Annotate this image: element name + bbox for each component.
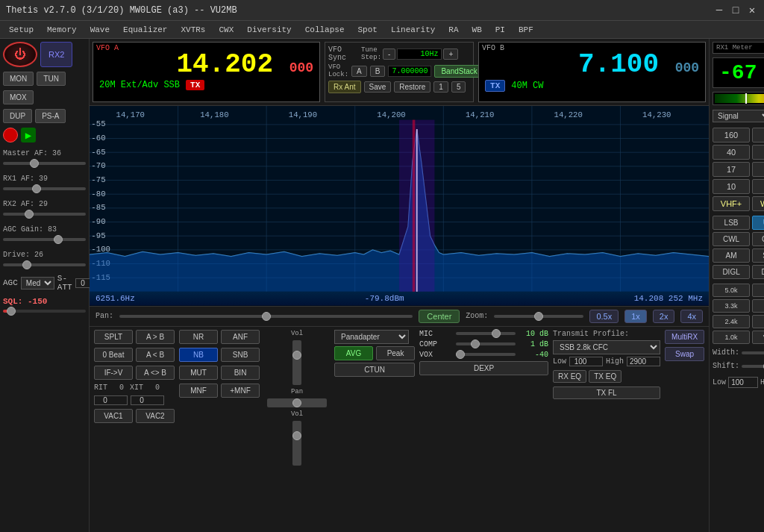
dup-button[interactable]: DUP [3,109,32,123]
zoom-slider[interactable] [494,315,583,318]
tx-eq-button[interactable]: TX EQ [589,370,621,383]
rx-ant-button[interactable]: Rx Ant [328,81,360,93]
restore-button[interactable]: Restore [394,81,430,93]
high-input[interactable] [627,357,660,366]
tune-plus-button[interactable]: + [443,48,458,60]
swap-button[interactable]: Swap [665,347,704,361]
band-17[interactable]: 17 [713,162,750,177]
right-low-input[interactable] [728,377,758,388]
mnf-button[interactable]: MNF [179,384,218,398]
signal-select[interactable]: Signal [713,110,764,122]
mode-digl[interactable]: DIGL [713,265,750,279]
nb-button[interactable]: NB [179,348,218,362]
mox-button[interactable]: MOX [3,90,34,104]
vac2-button[interactable]: VAC2 [136,409,175,423]
agc-gain-slider[interactable] [3,238,86,241]
rx1-af-slider[interactable] [3,187,86,190]
band-15[interactable]: 15 [752,162,764,177]
mode-cwl[interactable]: CWL [713,232,750,246]
maximize-button[interactable]: □ [730,4,742,16]
menu-item-cwx[interactable]: CWX [213,24,239,36]
menu-item-wave[interactable]: Wave [84,24,116,36]
menu-item-wb[interactable]: WB [466,24,488,36]
stack-5-button[interactable]: 5 [451,81,466,93]
peak-button[interactable]: Peak [376,346,415,360]
menu-item-linearity[interactable]: Linearity [385,24,441,36]
xit-input[interactable] [131,395,164,405]
zoom-05-button[interactable]: 0.5x [589,310,619,323]
mode-digu[interactable]: DIGU [752,265,764,279]
band-10[interactable]: 10 [713,179,750,194]
vol1-slider[interactable] [292,340,301,385]
band-stack-button[interactable]: BandStack [434,65,483,78]
panadapter-select[interactable]: Panadapter [334,330,409,344]
rx2-af-slider[interactable] [3,213,86,216]
power-button[interactable]: ⏻ [3,42,37,67]
filter-44k[interactable]: 4.4k [752,284,764,297]
menu-item-collapse[interactable]: Collapse [299,24,351,36]
vox-slider[interactable] [456,353,516,356]
band-wwv[interactable]: WWV [752,196,764,211]
band-vhf[interactable]: VHF+ [713,196,750,211]
pan-slider2[interactable] [267,398,327,407]
mic-slider[interactable] [456,332,516,335]
menu-item-setup[interactable]: Setup [3,24,40,36]
mode-cwu[interactable]: CWU [752,232,764,246]
dexp-button[interactable]: DEXP [419,361,548,375]
band-160[interactable]: 160 [713,128,750,143]
filter-1k[interactable]: 1.0k [713,331,750,344]
close-button[interactable]: ✕ [746,4,758,16]
band-40[interactable]: 40 [713,145,750,160]
atob2-button[interactable]: A < B [136,348,175,362]
band-6[interactable]: 6 [752,179,764,194]
mut-button[interactable]: MUT [179,366,218,380]
vfo-b-frequency[interactable]: 7.100 000 [485,51,699,78]
low-input[interactable] [569,357,603,366]
pan-slider[interactable] [119,315,413,318]
stack-1-button[interactable]: 1 [433,81,448,93]
drive-slider[interactable] [3,263,86,266]
filter-5k[interactable]: 5.0k [713,284,750,297]
mode-lsb[interactable]: LSB [713,216,750,230]
filter-21k[interactable]: 2.1k [752,315,764,328]
tune-minus-button[interactable]: - [383,48,395,60]
menu-item-xvtrs[interactable]: XVTRs [175,24,211,36]
filter-33k[interactable]: 3.3k [713,299,750,313]
nr-button[interactable]: NR [179,330,218,344]
ifv-button[interactable]: IF->V [94,366,133,380]
mode-am[interactable]: AM [713,248,750,263]
mode-usb[interactable]: USB [752,216,764,230]
vol2-slider[interactable] [292,421,301,466]
menu-item-spot[interactable]: Spot [352,24,383,36]
tun-button[interactable]: TUN [37,72,66,86]
snb-button[interactable]: SNB [221,348,260,362]
minimize-button[interactable]: ─ [713,4,725,16]
menu-item-bpf[interactable]: BPF [513,24,539,36]
aab-button[interactable]: A <> B [136,366,175,380]
atob-button[interactable]: A > B [136,330,175,344]
filter-29k[interactable]: 2.9k [752,299,764,313]
spectrum-area[interactable]: -55 -60 -65 -70 -75 -80 -85 -90 -95 -100… [90,106,709,307]
tx-fl-button[interactable]: TX FL [553,387,660,399]
play-button[interactable]: ▶ [21,128,36,143]
agc-select[interactable]: MedFastSlowLong [21,277,54,290]
psa-button[interactable]: PS-A [35,109,66,123]
menu-item-pi[interactable]: PI [489,24,511,36]
multirx-button[interactable]: MultiRX [665,330,704,344]
center-button[interactable]: Center [419,310,460,323]
sql-slider[interactable] [3,310,86,313]
width-slider[interactable] [742,351,764,354]
vfo-a-btn[interactable]: A [351,66,367,77]
band-30[interactable]: 30 [752,145,764,160]
menu-item-ra[interactable]: RA [442,24,464,36]
band-80[interactable]: 80 [752,128,764,143]
rit-input[interactable] [94,395,128,405]
menu-item-equalizer[interactable]: Equalizer [117,24,173,36]
zero-beat-button[interactable]: 0 Beat [94,348,133,362]
ctun-button[interactable]: CTUN [334,363,415,377]
rx-eq-button[interactable]: RX EQ [553,370,586,383]
plus-mnf-button[interactable]: +MNF [221,384,260,398]
zoom-4x-button[interactable]: 4x [680,310,703,323]
zoom-1x-button[interactable]: 1x [624,310,647,323]
mode-sam[interactable]: SAM [752,248,764,263]
